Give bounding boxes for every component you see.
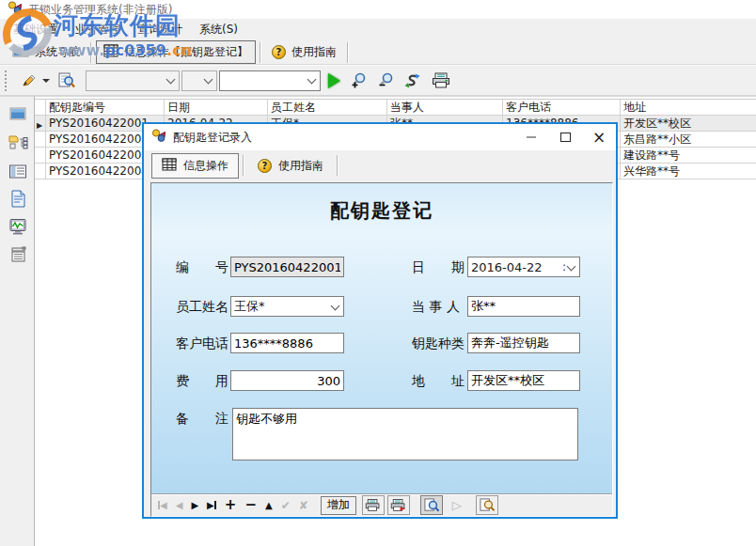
header-party[interactable]: 当事人 [387, 100, 503, 116]
address-field[interactable] [467, 370, 580, 391]
tab-guide-label: 使用指南 [278, 158, 323, 174]
nav-edit-button[interactable] [265, 501, 273, 510]
nav-prior-button[interactable] [176, 501, 183, 510]
key-type-field[interactable] [467, 333, 580, 353]
nav-next-button[interactable] [191, 501, 198, 510]
nav-delete-button[interactable] [244, 498, 257, 512]
filter-combo-2[interactable] [181, 70, 217, 91]
app-keys-icon [151, 128, 166, 147]
chevron-down-icon [204, 75, 213, 85]
nav-cancel-button[interactable] [299, 500, 308, 511]
sidebar-item-tree[interactable] [8, 133, 28, 151]
customer-phone-field[interactable] [230, 333, 344, 353]
header-key-number[interactable]: 配钥匙编号 [46, 100, 165, 116]
registration-form: 配钥匙登记 编 号 日 期 2016-04-22 : 员工姓名 王保* 当 事 … [151, 183, 612, 493]
dialog-titlebar[interactable]: 配钥匙登记录入 [144, 124, 616, 150]
staff-name-select[interactable]: 王保* [230, 296, 344, 317]
search-document-icon [57, 72, 75, 88]
dialog-window-controls [514, 124, 616, 150]
header-customer-phone[interactable]: 客户电话 [503, 100, 621, 116]
magnifier-icon [479, 498, 496, 513]
grid-icon [162, 158, 177, 174]
user-guide-button[interactable]: 使用指南 [265, 41, 343, 63]
nav-insert-button[interactable] [225, 498, 237, 512]
chevron-down-icon[interactable] [331, 301, 340, 310]
preview-search-button[interactable] [55, 70, 77, 92]
window-title: 开锁业务管理系统(非注册版) [28, 2, 172, 18]
dialog-title: 配钥匙登记录入 [173, 130, 252, 146]
tab-info-label: 信息操作 [183, 158, 228, 174]
toolbar-separator [243, 155, 244, 176]
print-record-button[interactable] [362, 495, 385, 515]
print-button[interactable] [430, 70, 453, 92]
minimize-icon [527, 136, 536, 138]
close-icon [592, 129, 606, 147]
cell-address[interactable]: 开发区**校区 [621, 116, 756, 132]
chevron-down-icon[interactable] [567, 261, 576, 271]
print-export-button[interactable] [387, 495, 410, 515]
zoom-in-button[interactable] [348, 70, 370, 92]
sql-route-button[interactable] [402, 70, 422, 92]
run-button[interactable] [328, 73, 340, 88]
maximize-button[interactable] [548, 124, 582, 150]
preview-toggle-button[interactable] [420, 495, 443, 515]
customer-phone-label: 客户电话 [176, 335, 228, 352]
grid-header-row: 配钥匙编号 日期 员工姓名 当事人 客户电话 地址 [35, 100, 756, 116]
close-button[interactable] [582, 124, 616, 150]
edit-pencil-button[interactable] [19, 70, 39, 92]
key-number-label: 编 号 [176, 259, 228, 276]
sidebar-item-navigation[interactable] [8, 104, 28, 123]
sidebar-item-document[interactable] [8, 189, 28, 208]
preview-run-button[interactable] [446, 495, 468, 515]
fee-field[interactable] [230, 370, 344, 391]
header-address[interactable]: 地址 [621, 100, 756, 116]
nav-last-button[interactable] [207, 501, 216, 510]
toolbar-separator [260, 42, 261, 63]
header-staff-name[interactable]: 员工姓名 [268, 100, 387, 116]
info-operation-label: 信息操作【配钥匙登记】 [124, 44, 248, 60]
print-icon [365, 498, 381, 512]
navigation-panel-icon [8, 106, 27, 122]
cell-address[interactable]: 东昌路**小区 [621, 132, 756, 148]
search-record-button[interactable] [476, 495, 498, 515]
add-record-button[interactable]: 增加 [321, 496, 356, 515]
key-number-field[interactable] [230, 257, 344, 277]
cell-address[interactable]: 兴华路**号 [621, 164, 756, 179]
zoom-out-button[interactable] [375, 70, 397, 92]
menu-bar: 基础设置 业务管理 查询统计 系统(S) [0, 19, 756, 39]
tab-info-operation[interactable]: 信息操作 [151, 153, 239, 179]
sidebar-item-monitor[interactable] [8, 217, 28, 236]
sidebar-item-report[interactable] [8, 245, 28, 264]
system-navigation-button[interactable]: 系统导航 [6, 41, 87, 64]
menu-item-business[interactable]: 业务管理 [70, 19, 126, 39]
zoom-in-icon [350, 72, 368, 88]
toolbar-grip[interactable] [5, 70, 9, 91]
fee-label: 费 用 [176, 373, 228, 390]
note-label: 备 注 [176, 411, 228, 428]
header-date[interactable]: 日期 [165, 100, 268, 116]
chevron-down-icon [307, 75, 317, 85]
party-field[interactable] [467, 296, 580, 317]
nav-first-button[interactable] [158, 501, 167, 510]
date-picker[interactable]: 2016-04-22 : [467, 257, 580, 277]
system-navigation-label: 系统导航 [35, 44, 80, 60]
pencil-dropdown-arrow[interactable] [42, 79, 50, 83]
menu-item-system[interactable]: 系统(S) [194, 19, 244, 39]
toolbar-separator [90, 42, 92, 63]
filter-combo-1[interactable] [86, 70, 180, 91]
user-guide-label: 使用指南 [291, 44, 337, 60]
sidebar-item-info-grid[interactable] [8, 162, 28, 180]
menu-item-query-stats[interactable]: 查询统计 [132, 19, 188, 39]
note-textarea[interactable]: 钥匙不够用 [232, 408, 578, 460]
search-combo[interactable] [219, 70, 321, 91]
minimize-button[interactable] [514, 124, 548, 150]
menu-item-basic-settings[interactable]: 基础设置 [8, 19, 64, 39]
cell-address[interactable]: 建设路**号 [621, 148, 756, 164]
left-sidebar [0, 96, 35, 546]
tab-user-guide[interactable]: 使用指南 [248, 154, 333, 178]
window-titlebar: 开锁业务管理系统(非注册版) [0, 0, 756, 19]
dialog-toolbar: 信息操作 使用指南 [144, 152, 616, 179]
nav-post-button[interactable] [281, 500, 291, 511]
staff-name-value: 王保* [234, 298, 265, 315]
info-operation-button[interactable]: 信息操作【配钥匙登记】 [96, 40, 256, 64]
